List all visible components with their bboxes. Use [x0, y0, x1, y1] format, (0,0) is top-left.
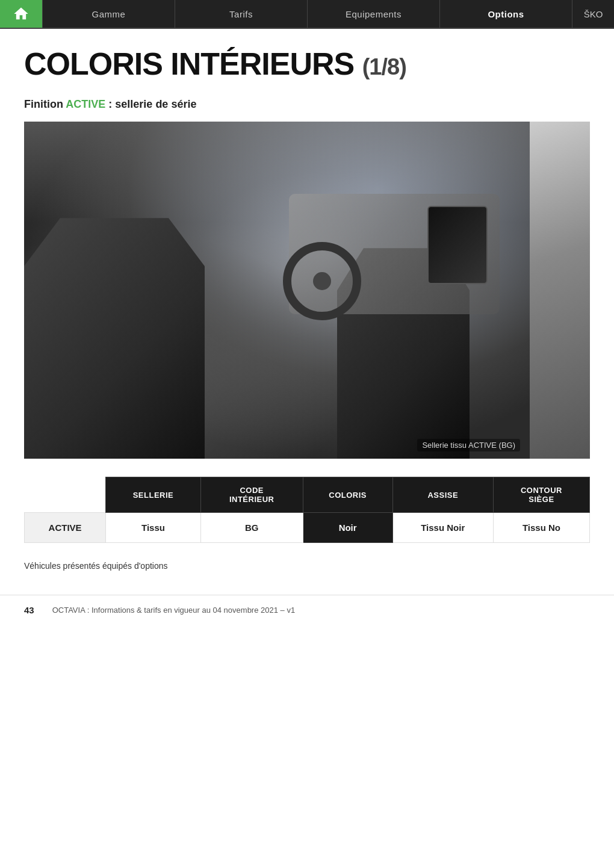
page-title: COLORIS INTÉRIEURS (1/8)	[24, 47, 590, 81]
color-table-wrapper: SELLERIE CODEINTÉRIEUR COLORIS ASSISE CO…	[24, 477, 590, 543]
th-empty	[25, 477, 106, 513]
nav-tarifs[interactable]: Tarifs	[175, 0, 307, 28]
th-sellerie: SELLERIE	[106, 477, 201, 513]
nav-gamme[interactable]: Gamme	[42, 0, 175, 28]
th-contour-siege: CONTOURSIÈGE	[493, 477, 589, 513]
table-header-row: SELLERIE CODEINTÉRIEUR COLORIS ASSISE CO…	[25, 477, 590, 513]
nav-equipements[interactable]: Equipements	[307, 0, 439, 28]
home-button[interactable]	[0, 0, 42, 28]
nav-sko[interactable]: ŠKO	[572, 0, 614, 28]
car-interior-graphic	[24, 122, 530, 459]
td-contour: Tissu No	[493, 513, 589, 543]
screen-graphic	[427, 206, 488, 284]
nav-options[interactable]: Options	[439, 0, 572, 28]
table-row: ACTIVE Tissu BG Noir Tissu Noir Tissu No	[25, 513, 590, 543]
main-interior-image: Sellerie tissu ACTIVE (BG)	[24, 122, 530, 459]
finition-label: Finition ACTIVE : sellerie de série	[24, 98, 590, 111]
td-assise: Tissu Noir	[392, 513, 493, 543]
page-number: 43	[24, 605, 34, 615]
side-image	[530, 122, 590, 459]
td-coloris: Noir	[303, 513, 392, 543]
navigation: Gamme Tarifs Equipements Options ŠKO	[0, 0, 614, 29]
seat-left-graphic	[24, 218, 205, 459]
td-code: BG	[200, 513, 303, 543]
color-table: SELLERIE CODEINTÉRIEUR COLORIS ASSISE CO…	[24, 477, 590, 543]
footer-note: Véhicules présentés équipés d'options	[24, 561, 590, 577]
image-caption: Sellerie tissu ACTIVE (BG)	[417, 439, 520, 451]
page-content: COLORIS INTÉRIEURS (1/8) Finition ACTIVE…	[0, 29, 614, 577]
th-code-interieur: CODEINTÉRIEUR	[200, 477, 303, 513]
home-icon	[13, 5, 29, 22]
td-sellerie: Tissu	[106, 513, 201, 543]
th-assise: ASSISE	[392, 477, 493, 513]
steering-graphic	[283, 242, 361, 320]
document-info: OCTAVIA : Informations & tarifs en vigue…	[52, 606, 295, 615]
td-label: ACTIVE	[25, 513, 106, 543]
interior-image-container: Sellerie tissu ACTIVE (BG)	[24, 122, 590, 459]
th-coloris: COLORIS	[303, 477, 392, 513]
bottom-bar: 43 OCTAVIA : Informations & tarifs en vi…	[0, 595, 614, 625]
